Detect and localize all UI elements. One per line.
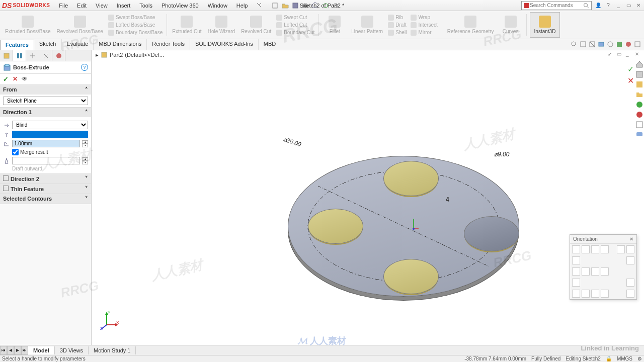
rb-instant3d[interactable]: Instant3D [530,12,560,38]
heads-up-prev-icon[interactable] [580,41,587,48]
ft-tab-display[interactable] [52,50,65,61]
tab-last-icon[interactable]: ⏭ [21,346,28,355]
orient-back-icon[interactable] [582,245,590,253]
help-icon[interactable]: ? [605,2,612,9]
pm-ok-button[interactable]: ✓ [3,75,9,83]
part-name[interactable]: Part2 [110,52,123,58]
rb-lofted-cut[interactable]: Lofted Cut [276,22,314,28]
confirm-ok-icon[interactable]: ✓ [627,64,634,74]
pm-direction-field[interactable] [12,131,88,138]
orient-front-icon[interactable] [572,245,580,253]
orient-viewcube-icon[interactable] [626,256,634,264]
gc-min-icon[interactable]: _ [626,51,633,58]
pm-draft-spinner[interactable]: ▴▾ [82,157,88,164]
draft-icon[interactable] [3,157,10,164]
pm-depth-spinner[interactable]: ▴▾ [82,140,88,147]
status-gear-icon[interactable]: ⚙ [637,356,642,361]
tp-forum-icon[interactable] [635,131,643,139]
rb-boundary-boss[interactable]: Boundary Boss/Base [108,30,163,36]
orient-normalto-icon[interactable] [572,256,580,264]
pm-help-icon[interactable]: ? [81,64,88,71]
menu-photoview[interactable]: PhotoView 360 [157,2,203,10]
vp-4-icon[interactable] [601,290,609,298]
vp-2h-icon[interactable] [582,290,590,298]
restore-button[interactable]: ▭ [625,2,632,9]
reverse-direction-icon[interactable] [3,122,10,129]
rb-ref-geom[interactable]: Reference Geometry [445,12,496,38]
rb-lofted-boss[interactable]: Lofted Boss/Base [108,22,163,28]
pm-thin-header[interactable]: Thin Feature˅ [0,184,91,194]
orient-single-icon[interactable] [572,279,580,287]
user-icon[interactable]: 👤 [595,2,602,9]
tab-first-icon[interactable]: ⏮ [0,346,7,355]
pm-cancel-button[interactable]: ✕ [13,75,18,83]
rb-hole-wizard[interactable]: Hole Wizard [206,12,237,38]
close-button[interactable]: ✕ [635,2,642,9]
pm-selcont-header[interactable]: Selected Contours˅ [0,194,91,204]
tp-file-explorer-icon[interactable] [635,90,643,99]
heads-up-settings-icon[interactable] [634,41,641,48]
tab-mbd-dims[interactable]: MBD Dimensions [94,39,147,50]
gc-window-icon[interactable]: ▭ [617,51,624,58]
rb-shell[interactable]: Shell [388,30,407,36]
tp-custom-props-icon[interactable] [635,121,643,129]
reference-triad[interactable]: Y X Z [99,310,119,330]
tab-motion-study[interactable]: Motion Study 1 [89,346,136,354]
tp-design-lib-icon[interactable] [635,80,643,88]
rb-draft[interactable]: Draft [388,22,407,28]
pm-from-header[interactable]: From˄ [0,85,91,95]
pm-dir2-header[interactable]: Direction 2˅ [0,174,91,184]
menu-view[interactable]: View [92,2,112,10]
heads-up-section-icon[interactable] [589,41,596,48]
menu-insert[interactable]: Insert [113,2,135,10]
tp-resources-icon[interactable] [635,70,643,78]
rb-extruded-cut[interactable]: Extruded Cut [170,12,203,38]
rb-rib[interactable]: Rib [388,15,407,21]
tab-next-icon[interactable]: ▶ [14,346,21,355]
depth-icon[interactable] [3,140,10,147]
menu-edit[interactable]: Edit [73,2,91,10]
boss-left[interactable] [308,209,363,244]
orient-left-icon[interactable] [591,245,599,253]
heads-up-hide-icon[interactable] [607,41,614,48]
ft-tab-dim[interactable] [39,50,52,61]
boss-right[interactable] [464,216,519,251]
pm-dir1-header[interactable]: Direction 1˄ [0,108,91,117]
menu-pin-icon[interactable] [253,2,266,10]
orient-bottom-icon[interactable] [582,267,590,276]
orient-pin-icon[interactable] [626,245,634,253]
tab-prev-icon[interactable]: ◀ [7,346,14,355]
menu-help[interactable]: Help [232,2,252,10]
status-units[interactable]: MMGS [617,356,632,361]
graphics-area[interactable]: ▸ Part2 (Default<<Def... ⤢ ▭ _ ✕ ✓ ✕ [92,50,644,350]
dimension-diameter-26[interactable]: ⌀26.00 [282,136,302,148]
heads-up-scene-icon[interactable] [616,41,623,48]
heads-up-display-icon[interactable] [598,41,605,48]
search-icon[interactable] [583,3,589,9]
status-lock-icon[interactable]: 🔒 [606,356,612,361]
orient-trimetric-icon[interactable] [601,267,609,276]
boss-bottom[interactable] [383,259,439,294]
expand-icon[interactable]: ▸ [96,52,99,58]
orient-dimetric-icon[interactable] [591,267,599,276]
pm-merge-result[interactable]: Merge result [12,149,88,155]
tab-model[interactable]: Model [28,346,55,354]
rb-curves[interactable]: Curves [498,12,523,38]
pm-end-condition[interactable]: Blind [12,121,88,129]
pm-preview-icon[interactable]: 👁 [22,75,28,83]
heads-up-zoom-icon[interactable] [571,41,578,48]
boss-top[interactable] [383,161,439,196]
pm-from-select[interactable]: Sketch Plane [3,97,88,105]
orientation-header[interactable]: Orientation✕ [570,235,636,244]
confirm-cancel-icon[interactable]: ✕ [627,76,634,85]
gc-close-icon[interactable]: ✕ [635,51,642,58]
search-commands[interactable] [521,1,592,10]
direction-vector-icon[interactable] [3,131,10,138]
rb-revolved-boss[interactable]: Revolved Boss/Base [55,12,105,38]
ft-tab-feature[interactable] [0,50,13,61]
pm-draft-input[interactable] [12,157,80,164]
tab-sw-addins[interactable]: SOLIDWORKS Add-Ins [190,39,259,50]
tab-features[interactable]: Features [0,40,34,50]
vp-single-icon[interactable] [572,290,580,298]
rb-intersect[interactable]: Intersect [411,22,437,28]
